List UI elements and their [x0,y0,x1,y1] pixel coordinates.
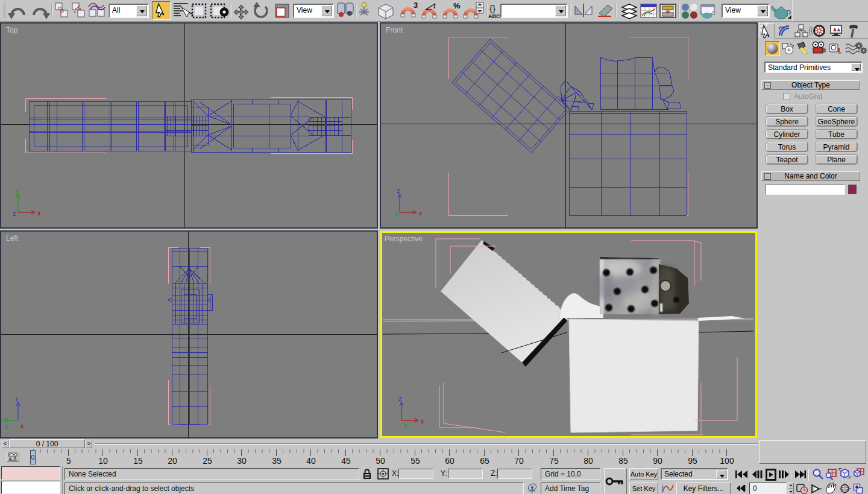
svg-text:z: z [15,395,19,402]
svg-text:z: z [13,210,16,217]
svg-text:55: 55 [410,456,420,466]
svg-text:5: 5 [66,456,71,466]
svg-text:%: % [453,1,461,10]
svg-text:45: 45 [341,456,351,466]
svg-text:20: 20 [168,456,177,466]
svg-text:85: 85 [618,456,628,466]
svg-text:35: 35 [272,456,281,466]
svg-text:x: x [419,209,423,217]
svg-text:90: 90 [653,456,662,466]
svg-text:3: 3 [414,1,418,10]
svg-text:15: 15 [133,456,143,466]
svg-text:60: 60 [445,456,454,466]
svg-text:75: 75 [549,456,559,466]
svg-text:50: 50 [376,456,385,466]
svg-text:40: 40 [306,456,316,466]
svg-text:y: y [395,210,398,217]
svg-text:10: 10 [98,456,108,466]
svg-text:Y:: Y: [441,469,447,478]
svg-text:y: y [15,187,19,194]
svg-text:x: x [421,417,424,425]
svg-text:95: 95 [688,456,697,466]
svg-text:y: y [5,422,8,429]
svg-text:z: z [397,187,400,194]
svg-text:{}: {} [489,3,495,13]
svg-text:25: 25 [203,456,212,466]
svg-text:ABC: ABC [488,13,500,19]
svg-text:Z:: Z: [491,469,497,478]
svg-text:70: 70 [514,456,524,466]
svg-text:y: y [404,421,407,428]
svg-text:z: z [398,395,402,402]
svg-text:X:: X: [392,469,398,478]
svg-text:x: x [37,209,41,217]
svg-text:65: 65 [480,456,489,466]
svg-text:100: 100 [720,456,734,466]
svg-text:80: 80 [583,456,593,466]
svg-text:30: 30 [237,456,247,466]
svg-text:x: x [20,422,24,429]
